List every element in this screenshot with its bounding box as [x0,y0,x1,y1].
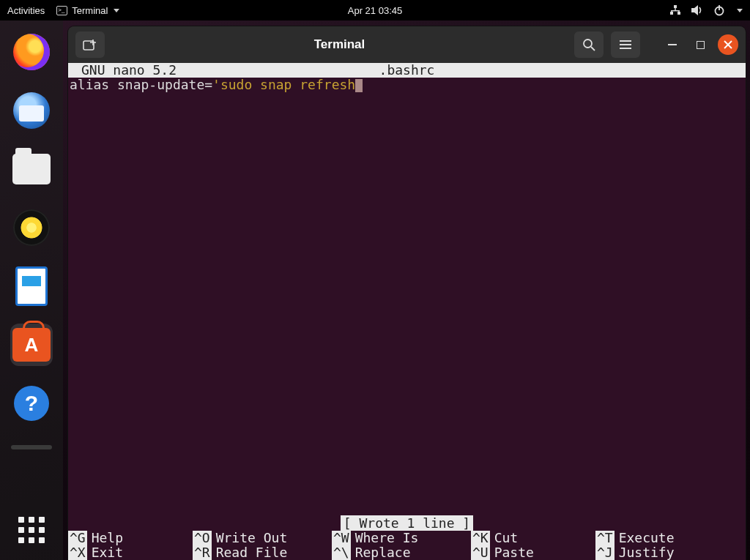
terminal-icon: >_ [56,6,67,15]
minimize-button[interactable] [662,34,683,55]
nano-version: GNU nano 5.2 [74,63,177,78]
dock-ubuntu-software[interactable]: A [10,324,53,366]
nano-filename: .bashrc [379,63,435,78]
nano-status: [ Wrote 1 line ] [68,516,746,531]
shortcut-label: Justify [619,545,675,560]
shortcut-key: ^T [595,531,615,545]
code-string: 'sudo snap refresh [212,77,355,92]
close-button[interactable] [718,34,738,55]
shortcut-label: Cut [494,531,519,545]
dock-rhythmbox[interactable] [10,206,53,249]
svg-rect-6 [678,10,679,12]
svg-rect-0 [674,5,677,8]
chevron-down-icon [114,9,119,12]
dock-separator [11,445,52,449]
clock[interactable]: Apr 21 03:45 [348,5,402,16]
volume-icon [691,5,703,15]
shopping-bag-icon: A [12,328,51,362]
terminal-content[interactable]: GNU nano 5.2 .bashrc alias snap-update='… [68,63,746,560]
shortcut-label: Execute [619,531,675,545]
shortcut-label: Help [92,531,123,545]
shortcut-label: Replace [355,545,411,560]
new-tab-button[interactable] [75,31,105,58]
shortcut-key: ^X [68,545,87,560]
shortcut-label: Where Is [355,531,419,545]
power-icon [713,4,725,16]
shortcut-label: Read File [216,545,288,560]
thunderbird-icon [13,92,50,129]
folder-icon [12,154,51,184]
svg-line-14 [591,47,595,51]
dock: A ? [0,20,63,560]
firefox-icon [13,34,50,70]
shortcut-label: Exit [92,545,123,560]
nano-shortcut-row: ^XExit ^RRead File ^\Replace ^UPaste ^JJ… [68,545,746,560]
close-icon [724,40,732,49]
document-icon [15,266,48,306]
search-button[interactable] [574,31,604,58]
svg-rect-5 [671,10,672,12]
terminal-window: Terminal GNU nano 5.2 .bashrc alias snap… [68,26,746,560]
nano-header: GNU nano 5.2 .bashrc [68,63,746,78]
dock-firefox[interactable] [10,31,53,73]
speaker-icon [13,209,50,246]
shortcut-key: ^G [68,531,87,545]
app-menu[interactable]: >_ Terminal [56,5,119,16]
dock-libreoffice[interactable] [10,265,53,307]
hamburger-menu-button[interactable] [611,31,640,58]
activities-button[interactable]: Activities [7,5,45,16]
shortcut-label: Write Out [216,531,288,545]
nano-editor-body[interactable]: alias snap-update='sudo snap refresh [68,78,746,92]
window-titlebar: Terminal [68,26,746,63]
show-applications-button[interactable] [15,513,48,547]
maximize-button[interactable] [690,34,710,55]
shortcut-key: ^J [595,545,615,560]
system-status-area[interactable] [669,4,743,16]
svg-point-13 [584,40,592,48]
nano-footer: [ Wrote 1 line ] ^GHelp ^OWrite Out ^WWh… [68,516,746,560]
chevron-down-icon [737,9,743,12]
maximize-icon [697,41,705,49]
svg-rect-9 [719,5,720,10]
svg-rect-4 [671,10,679,11]
shortcut-key: ^R [193,545,212,560]
shortcut-key: ^K [471,531,490,545]
window-title: Terminal [112,37,567,52]
shortcut-key: ^\ [332,545,351,560]
shortcut-label: Paste [494,545,534,560]
svg-marker-7 [691,5,698,15]
dock-files[interactable] [10,148,53,190]
minimize-icon [668,44,677,45]
shortcut-key: ^U [471,545,490,560]
text-cursor [355,79,363,92]
app-menu-label: Terminal [72,5,108,16]
shortcut-key: ^O [193,531,212,545]
help-icon: ? [14,386,49,421]
nano-shortcut-row: ^GHelp ^OWrite Out ^WWhere Is ^KCut ^TEx… [68,531,746,545]
dock-thunderbird[interactable] [10,89,53,132]
gnome-topbar: Activities >_ Terminal Apr 21 03:45 [0,0,750,20]
network-icon [669,5,681,15]
dock-help[interactable]: ? [10,382,53,425]
shortcut-key: ^W [332,531,351,545]
code-text: alias snap-update= [70,77,212,92]
